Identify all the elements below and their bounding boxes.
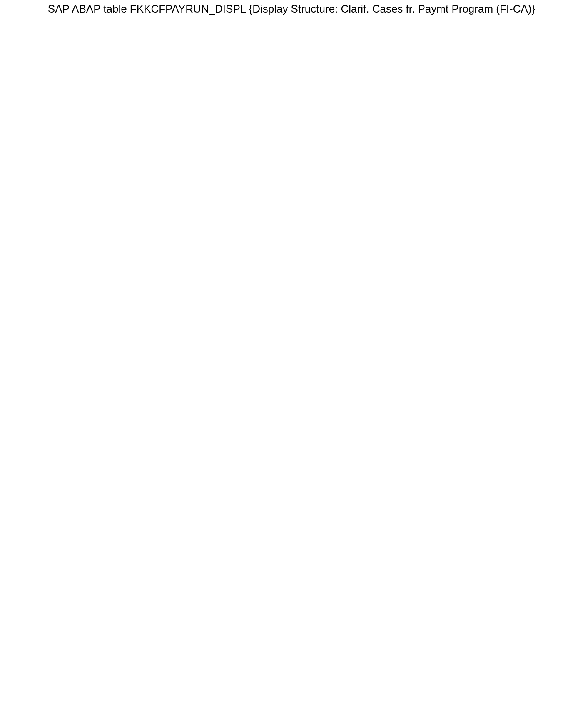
diagram-title: SAP ABAP table FKKCFPAYRUN_DISPL {Displa…: [0, 0, 583, 16]
